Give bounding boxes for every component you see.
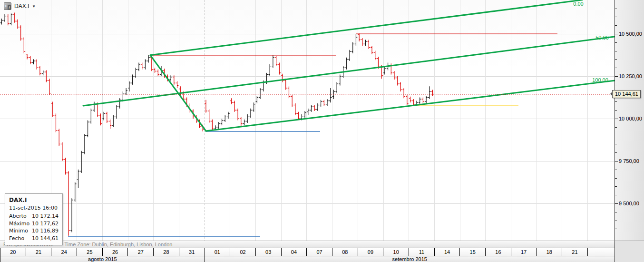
price-tick-label: 9 500,00 [619, 201, 639, 206]
tooltip-close-row: Fecho10 144,61 [9, 235, 59, 242]
date-cell: 09 [358, 248, 383, 256]
date-cell: 16 [485, 248, 511, 256]
date-cell: 31 [179, 248, 205, 256]
date-cell: 15 [459, 248, 485, 256]
chart-canvas[interactable]: 0.0050.00100.00 [0, 0, 615, 241]
date-cell: 24 [51, 248, 77, 256]
month-axis: agosto 2015setembro 2015 [0, 256, 615, 262]
tooltip-open-row: Aberto10 172,14 [9, 212, 59, 220]
status-bar: PREÇO INDICATIVO Time Zone: Dublin, Edin… [0, 241, 615, 248]
price-tick-label: 10 500,00 [619, 31, 642, 37]
chevron-down-icon: ▼ [32, 4, 36, 9]
ohlc-tooltip: DAX.I 11-set-2015 16:00 Aberto10 172,14 … [5, 193, 63, 245]
date-cell: 26 [102, 248, 128, 256]
timezone-label: Time Zone: Dublin, Edinburgh, Lisbon, Lo… [64, 242, 172, 247]
date-axis[interactable]: 2021242526272831010203040708091011141516… [0, 248, 615, 256]
equity-icon-subscript: i [8, 5, 11, 10]
date-cell: 11 [409, 248, 434, 256]
trading-chart-window: Eq i DAX.I ▼ DAX.I 11-set-2015 16:00 Abe… [0, 0, 644, 262]
price-tick-label: 10 000,00 [619, 116, 642, 121]
date-cell-empty [587, 248, 615, 256]
tooltip-datetime: 11-set-2015 16:00 [9, 205, 59, 211]
fib-level-label: 50.00 [595, 35, 609, 40]
fib-level-label: 0.00 [573, 1, 583, 7]
month-label: setembro 2015 [205, 256, 615, 262]
date-cell: 07 [306, 248, 332, 256]
date-cell: 01 [205, 248, 230, 256]
plot-area[interactable]: Eq i DAX.I ▼ DAX.I 11-set-2015 16:00 Abe… [0, 0, 615, 241]
tooltip-high-row: Máximo10 177,62 [9, 220, 59, 228]
symbol-label: DAX.I [14, 3, 29, 10]
date-cell: 17 [511, 248, 537, 256]
current-price-badge: 10 144,61 [612, 90, 641, 98]
chart-annotations: 0.0050.00100.00 [0, 0, 615, 236]
date-cell: 10 [383, 248, 409, 256]
price-axis[interactable]: 10 144,61 10 500,0010 250,0010 000,009 7… [615, 0, 644, 241]
axis-corner [615, 241, 644, 262]
price-tick-label: 10 250,00 [619, 73, 642, 79]
fib-level-label: 100.00 [592, 77, 608, 83]
fib-connector [150, 55, 206, 131]
date-cell: 20 [0, 248, 26, 256]
fib-line-100 [206, 81, 614, 131]
date-cell: 28 [153, 248, 179, 256]
tooltip-low-row: Mínimo10 116,89 [9, 227, 59, 235]
symbol-selector[interactable]: Eq i DAX.I ▼ [4, 2, 36, 10]
date-cell: 03 [255, 248, 281, 256]
equity-icon: Eq i [4, 2, 11, 10]
tooltip-symbol: DAX.I [9, 197, 59, 203]
date-cell: 04 [281, 248, 307, 256]
date-cell: 02 [230, 248, 255, 256]
fib-line-0 [150, 0, 582, 55]
date-cell: 21 [26, 248, 51, 256]
date-cell: 25 [77, 248, 102, 256]
gridlines [0, 0, 615, 241]
price-axis-scale: 10 500,0010 250,0010 000,009 750,009 500… [615, 0, 644, 241]
month-label: agosto 2015 [0, 256, 205, 262]
date-cell: 18 [536, 248, 562, 256]
date-cell: 08 [332, 248, 358, 256]
price-tick-label: 9 750,00 [619, 158, 639, 164]
date-cell: 14 [434, 248, 460, 256]
date-cell: 27 [127, 248, 153, 256]
date-cell: 21 [562, 248, 587, 256]
